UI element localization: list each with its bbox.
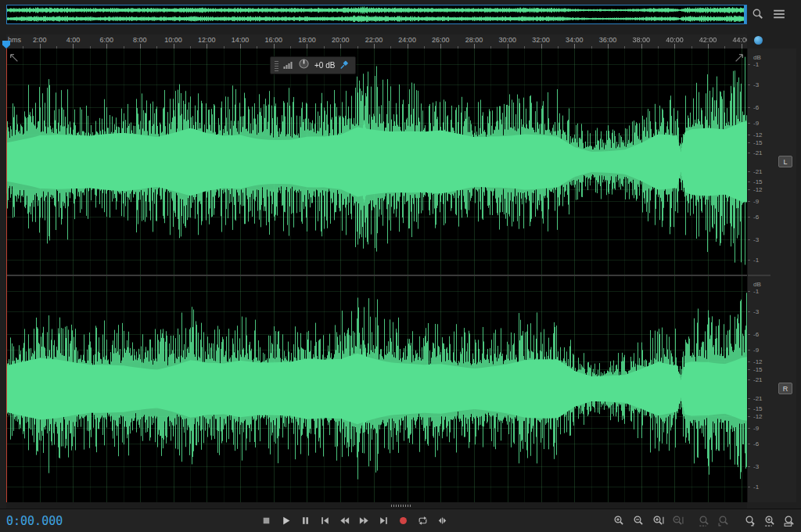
zoom-out-full-button[interactable] (781, 514, 798, 527)
overview-zoom-icon[interactable] (751, 7, 765, 21)
ruler-time-label: 6:00 (99, 36, 113, 44)
amplitude-ruler[interactable]: dB-1-1-3-3-6-6-9-9-12-12-15-15-21-21dB-1… (747, 49, 770, 502)
level-meter-icon (283, 59, 293, 73)
horizontal-scrollbar[interactable] (6, 502, 747, 509)
ruler-time-label: 36:00 (599, 36, 617, 44)
db-scale-tick (748, 201, 750, 202)
db-scale-label: -1 (753, 483, 759, 490)
db-scale-label: -9 (753, 197, 759, 204)
ruler-time-label: 38:00 (632, 36, 650, 44)
fast-forward-button[interactable] (356, 514, 372, 527)
db-scale-tick (748, 466, 750, 467)
db-scale-tick (748, 153, 750, 153)
stop-button[interactable] (258, 514, 274, 527)
pause-button[interactable] (297, 514, 313, 527)
db-scale-tick (748, 361, 750, 362)
db-scale-tick (748, 64, 750, 65)
timeline-ruler[interactable]: hms 2:004:006:008:0010:0012:0014:0016:00… (6, 34, 747, 49)
zoom-in-amplitude-button[interactable] (649, 514, 666, 527)
db-scale-label: -3 (753, 81, 759, 88)
overview-navigator[interactable] (6, 5, 747, 24)
time-display[interactable]: 0:00.000 (6, 514, 63, 528)
overview-toolbar (751, 7, 786, 21)
loop-playback-button[interactable] (415, 514, 430, 527)
waveform-editor[interactable]: +0 dB (6, 49, 747, 502)
db-scale-label: -15 (753, 139, 763, 146)
ruler-time-label: 28:00 (465, 36, 483, 44)
zoom-in-at-in-point-button[interactable] (715, 514, 732, 527)
waveform-canvas[interactable] (6, 49, 747, 502)
db-scale-tick (748, 311, 750, 312)
pin-icon[interactable] (339, 59, 350, 73)
db-scale-header: dB (753, 54, 761, 61)
db-scale-label: -6 (753, 330, 759, 337)
panel-menu-icon[interactable] (772, 7, 786, 21)
db-scale-tick (748, 379, 750, 380)
volume-hud[interactable]: +0 dB (270, 56, 356, 74)
db-scale-label: -9 (753, 424, 759, 431)
db-scale-tick (748, 350, 750, 350)
ruler-time-label: 42:00 (699, 36, 717, 44)
zoom-out-amplitude-button[interactable] (669, 514, 686, 527)
move-playhead-previous-button[interactable] (317, 514, 332, 527)
db-scale-tick (748, 428, 750, 429)
db-scale-label: -6 (753, 103, 759, 110)
transport-controls (258, 514, 450, 527)
ruler-time-label: 26:00 (432, 36, 450, 44)
corner-grip-icon-left[interactable] (9, 52, 19, 61)
rewind-button[interactable] (336, 514, 352, 527)
audio-editor-window: hms 2:004:006:008:0010:0012:0014:0016:00… (0, 0, 801, 532)
ruler-time-label: 8:00 (133, 36, 147, 44)
volume-knob-icon[interactable] (298, 58, 310, 73)
hud-gain-value: +0 dB (314, 61, 335, 70)
zoom-out-time-button[interactable] (630, 514, 647, 527)
db-scale-label: -6 (753, 214, 759, 221)
ruler-time-label: 30:00 (499, 36, 517, 44)
ruler-time-label: 24:00 (398, 36, 416, 44)
db-scale-label: -12 (753, 413, 763, 420)
zoom-to-selection-button[interactable] (695, 514, 713, 527)
move-playhead-next-button[interactable] (375, 514, 391, 527)
db-scale-tick (748, 171, 750, 172)
ruler-time-label: 32:00 (532, 36, 550, 44)
ruler-time-label: 22:00 (365, 36, 383, 44)
db-scale-label: -21 (753, 149, 763, 156)
ruler-time-label: 34:00 (566, 36, 584, 44)
db-scale-label: -9 (753, 120, 759, 127)
status-bar: 0:00.000 (0, 509, 801, 532)
ruler-time-label: 18:00 (298, 36, 316, 44)
db-scale-tick (748, 123, 750, 124)
zoom-in-at-out-point-button[interactable] (742, 514, 759, 527)
play-button[interactable] (278, 514, 293, 527)
corner-grip-icon-right[interactable] (735, 52, 744, 61)
skip-selection-button[interactable] (434, 514, 450, 527)
hud-grip-icon[interactable] (275, 59, 278, 71)
db-scale-label: -3 (753, 236, 759, 243)
blue-sphere-icon[interactable] (754, 36, 763, 45)
db-scale-label: -21 (753, 376, 763, 383)
overview-right-handle[interactable] (744, 5, 746, 23)
overview-waveform[interactable] (7, 5, 746, 23)
zoom-selection-button[interactable] (761, 514, 778, 527)
playhead-line (6, 49, 7, 502)
scrollbar-grip-icon[interactable] (391, 505, 411, 507)
db-scale-tick (748, 189, 750, 190)
db-scale-label: -15 (753, 178, 763, 185)
db-scale-label: -1 (753, 61, 759, 68)
db-scale-tick (748, 182, 750, 182)
zoom-in-time-button[interactable] (610, 514, 627, 527)
record-button[interactable] (395, 514, 411, 527)
channel-left-button[interactable]: L (778, 156, 792, 167)
db-scale-label: -12 (753, 358, 763, 365)
ruler-time-label: 40:00 (666, 36, 684, 44)
db-scale-tick (748, 334, 750, 335)
ruler-time-label: 20:00 (332, 36, 350, 44)
db-scale-label: -21 (753, 168, 763, 175)
db-scale-label: -15 (753, 366, 763, 373)
ruler-time-label: 12:00 (198, 36, 216, 44)
db-scale-label: -3 (753, 307, 759, 315)
db-scale-label: -12 (753, 186, 763, 193)
channel-right-button[interactable]: R (778, 383, 792, 394)
ruler-time-label: 2:00 (33, 36, 47, 44)
db-scale-tick (748, 487, 750, 487)
